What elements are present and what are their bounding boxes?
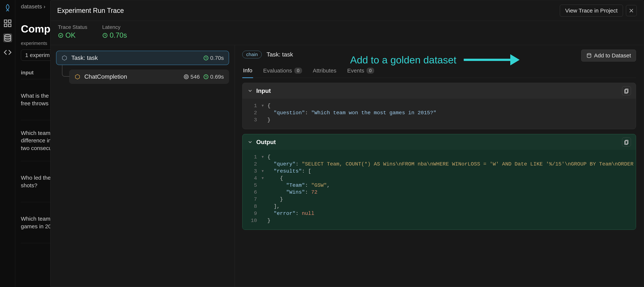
close-button[interactable] xyxy=(626,5,637,16)
nav-grid[interactable] xyxy=(3,19,12,28)
detail-header: chain Task: task xyxy=(242,51,636,58)
clock-icon xyxy=(203,55,209,61)
stat-label: Latency xyxy=(102,24,127,30)
section-header[interactable]: Input xyxy=(242,83,636,99)
span-tree: Task: task 0.70s ChatCompletion 546 xyxy=(50,45,235,287)
section-input: Input 1▾ { 2 "question": "Which team won… xyxy=(242,83,636,129)
tree-node-latency: 0.69s xyxy=(203,74,224,80)
check-circle-icon xyxy=(58,33,64,38)
overlay-title: Experiment Run Trace xyxy=(57,7,557,15)
section-title: Input xyxy=(256,87,271,94)
svg-rect-0 xyxy=(4,20,7,23)
chevron-down-icon xyxy=(247,88,253,94)
trace-overlay: Experiment Run Trace View Trace in Proje… xyxy=(50,0,644,287)
overlay-header: Experiment Run Trace View Trace in Proje… xyxy=(50,1,644,21)
svg-rect-1 xyxy=(8,20,11,23)
svg-point-11 xyxy=(184,75,188,79)
tab-info[interactable]: Info xyxy=(242,65,253,78)
stat-label: Trace Status xyxy=(58,24,87,30)
tree-node-latency: 0.70s xyxy=(203,55,224,61)
copy-button[interactable] xyxy=(622,86,631,95)
section-output: Output 1▾ { 2 "query": "SELECT Team, COU… xyxy=(242,134,636,230)
clock-icon xyxy=(102,33,108,38)
tree-node-root[interactable]: Task: task 0.70s xyxy=(56,51,229,65)
svg-rect-3 xyxy=(8,24,11,27)
view-trace-button[interactable]: View Trace in Project xyxy=(560,5,623,17)
tab-evaluations[interactable]: Evaluations 0 xyxy=(262,65,303,78)
tree-node-tokens: 546 xyxy=(184,74,200,80)
stat-value: OK xyxy=(58,31,87,39)
section-header[interactable]: Output xyxy=(242,134,636,150)
svg-marker-9 xyxy=(76,74,80,79)
experiment-count-pill[interactable]: 1 experim xyxy=(21,50,54,61)
input-code[interactable]: 1▾ { 2 "question": "Which team won the m… xyxy=(242,99,636,129)
clipboard-icon xyxy=(624,139,629,145)
copy-button[interactable] xyxy=(622,138,631,146)
section-title: Output xyxy=(256,139,276,146)
stat-latency: Latency 0.70s xyxy=(102,24,127,39)
output-code[interactable]: 1▾ { 2 "query": "SELECT Team, COUNT(*) A… xyxy=(242,150,636,230)
span-kind-badge: chain xyxy=(242,51,262,58)
svg-marker-7 xyxy=(62,56,67,60)
count-badge: 0 xyxy=(366,68,374,74)
tab-attributes[interactable]: Attributes xyxy=(312,65,337,78)
svg-point-4 xyxy=(5,35,10,37)
svg-point-13 xyxy=(587,54,591,55)
detail-tabs: Info Evaluations 0 Attributes Events 0 xyxy=(242,65,636,78)
nav-rail xyxy=(0,0,15,287)
count-badge: 0 xyxy=(294,68,302,74)
tree-node-name: Task: task xyxy=(71,54,200,61)
tree-node-child[interactable]: ChatCompletion 546 0.69s xyxy=(69,70,229,84)
clock-icon xyxy=(203,74,209,80)
stat-value: 0.70s xyxy=(102,31,127,39)
nav-code[interactable] xyxy=(3,48,12,57)
span-name: Task: task xyxy=(266,51,293,58)
svg-rect-2 xyxy=(4,24,7,27)
tokens-icon xyxy=(184,74,189,80)
chevron-down-icon xyxy=(247,139,253,145)
add-to-dataset-button[interactable]: Add to Dataset xyxy=(581,50,636,62)
tab-events[interactable]: Events 0 xyxy=(346,65,375,78)
app-logo xyxy=(4,4,12,13)
detail-panel: chain Task: task Add to Dataset Info Eva… xyxy=(235,45,644,287)
svg-point-10 xyxy=(185,76,187,78)
chain-icon xyxy=(61,55,68,61)
dataset-icon xyxy=(586,53,592,58)
nav-datasets[interactable] xyxy=(3,33,12,42)
tree-node-name: ChatCompletion xyxy=(84,73,180,80)
close-icon xyxy=(628,8,634,14)
llm-icon xyxy=(74,74,81,80)
stat-trace-status: Trace Status OK xyxy=(58,24,87,39)
clipboard-icon xyxy=(624,88,629,94)
overlay-stats: Trace Status OK Latency 0.70s xyxy=(50,21,644,45)
